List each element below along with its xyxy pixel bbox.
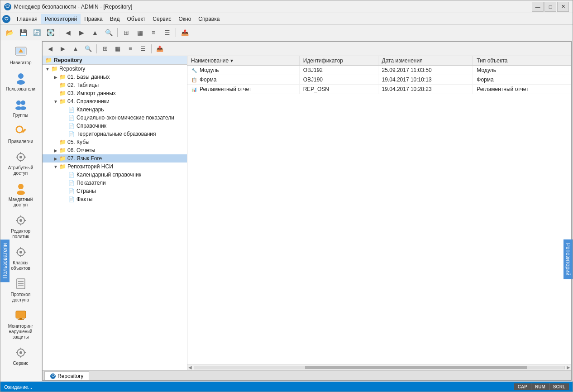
- sidebar-item-users[interactable]: Пользователи: [1, 68, 40, 95]
- horizontal-scrollbar[interactable]: ◀ ▶: [187, 364, 571, 370]
- item-icon-sprav: 📄: [68, 123, 75, 129]
- menu-item-service[interactable]: Сервис: [149, 14, 175, 24]
- sidebar-item-mandatory[interactable]: Мандатный доступ: [1, 179, 40, 210]
- toolbar-back-btn[interactable]: ◀: [62, 27, 74, 38]
- tree-label-soceco: Социально-экономические показатели: [76, 115, 174, 121]
- table-row[interactable]: 📊 Регламентный отчет REP_OSN 19.04.2017 …: [187, 85, 571, 94]
- bottom-tab-bar: 🛡 Repository: [43, 370, 571, 380]
- inner-toolbar-view2[interactable]: ▦: [112, 43, 124, 54]
- svg-rect-35: [16, 311, 26, 318]
- left-side-handle[interactable]: Пользователи: [0, 239, 10, 282]
- menu-item-main[interactable]: Главная: [13, 14, 41, 24]
- folder-icon-db: 📁: [59, 74, 66, 80]
- table-row[interactable]: 📋 Форма OBJ190 19.04.2017 10:10:13 Форма: [187, 75, 571, 85]
- tree-node-facts[interactable]: 📄 Факты: [43, 195, 187, 203]
- tree-label-lang: 07. Язык Fore: [67, 155, 102, 162]
- table-header-row: Наименование ▾ Идентификатор Дата измене…: [187, 56, 571, 66]
- menu-item-window[interactable]: Окно: [175, 14, 195, 24]
- scroll-left-btn[interactable]: ◀: [188, 365, 192, 370]
- tree-node-calendar[interactable]: 📄 Календарь: [43, 105, 187, 114]
- sidebar-item-monitoring[interactable]: Мониторинг нарушений защиты: [1, 306, 40, 343]
- tree-node-cubes[interactable]: 📁 05. Кубы: [43, 138, 187, 146]
- tree-node-nsi[interactable]: ▼ 📁 Репозиторий НСИ: [43, 163, 187, 171]
- inner-toolbar-up[interactable]: ▲: [70, 43, 81, 54]
- sidebar-item-service[interactable]: Сервис: [1, 343, 40, 369]
- folder-icon-import: 📁: [59, 90, 66, 96]
- menu-item-edit[interactable]: Правка: [81, 14, 106, 24]
- scrollbar-track[interactable]: [194, 366, 565, 369]
- col-modified[interactable]: Дата изменения: [378, 56, 473, 66]
- toolbar-save-btn[interactable]: 💾: [17, 27, 29, 38]
- maximize-button[interactable]: □: [544, 2, 556, 12]
- inner-toolbar-search[interactable]: 🔍: [82, 43, 94, 54]
- toolbar-open-btn[interactable]: 📂: [3, 27, 16, 38]
- bottom-tab-repository[interactable]: 🛡 Repository: [44, 371, 89, 380]
- tree-node-terr[interactable]: 📄 Территориальные образования: [43, 130, 187, 138]
- toolbar-floppy-btn[interactable]: 💽: [44, 27, 57, 38]
- tree-node-sprav[interactable]: 📄 Справочник: [43, 122, 187, 130]
- expander-db: ▶: [53, 75, 59, 80]
- inner-toolbar-sep2: [151, 44, 152, 53]
- tree-node-lang[interactable]: ▶ 📁 07. Язык Fore: [43, 154, 187, 163]
- toolbar-export-btn[interactable]: 📤: [178, 27, 191, 38]
- minimize-button[interactable]: —: [532, 2, 544, 12]
- tree-node-countries[interactable]: 📄 Страны: [43, 187, 187, 195]
- menu-item-view[interactable]: Вид: [106, 14, 124, 24]
- inner-window: ◀ ▶ ▲ 🔍 ⊞ ▦ ≡ ☰ 📤 📁 Repositor: [42, 41, 572, 381]
- tree-node-cal-ref[interactable]: 📄 Календарный справочник: [43, 171, 187, 179]
- inner-toolbar-export[interactable]: 📤: [154, 43, 166, 54]
- menu-item-repository[interactable]: Репозиторий: [41, 14, 81, 24]
- obj-classes-icon: [14, 245, 28, 259]
- title-bar: 🛡 Менеджер безопасности - ADMIN - [Repos…: [0, 0, 573, 13]
- inner-toolbar-forward[interactable]: ▶: [57, 43, 69, 54]
- menu-item-object[interactable]: Объект: [123, 14, 149, 24]
- status-scrl: SCRL: [549, 383, 569, 390]
- scroll-right-btn[interactable]: ▶: [567, 365, 570, 370]
- tree-node-ref[interactable]: ▼ 📁 04. Справочники: [43, 97, 187, 105]
- sidebar-item-groups[interactable]: Группы: [1, 95, 40, 121]
- col-id[interactable]: Идентификатор: [299, 56, 378, 66]
- toolbar-view1-btn[interactable]: ⊞: [120, 27, 133, 38]
- inner-toolbar-view3[interactable]: ≡: [124, 43, 136, 54]
- sidebar-privileges-label: Привилегии: [8, 139, 33, 144]
- toolbar-search-btn[interactable]: 🔍: [102, 27, 115, 38]
- svg-point-9: [16, 126, 23, 133]
- tree-node-import[interactable]: 📁 03. Импорт данных: [43, 89, 187, 97]
- sidebar-item-navigator[interactable]: Навигатор: [1, 42, 40, 68]
- tree-node-indicators[interactable]: 📄 Показатели: [43, 179, 187, 187]
- col-type[interactable]: Тип объекта: [473, 56, 571, 66]
- item-icon-terr: 📄: [68, 131, 75, 137]
- toolbar-refresh-btn[interactable]: 🔄: [30, 27, 43, 38]
- title-bar-text: Менеджер безопасности - ADMIN - [Reposit…: [14, 4, 532, 10]
- inner-toolbar-view4[interactable]: ☰: [137, 43, 149, 54]
- sidebar-item-policy-editor[interactable]: Редактор политик: [1, 210, 40, 242]
- toolbar-forward-btn[interactable]: ▶: [75, 27, 88, 38]
- tree-node-root[interactable]: ▼ 📁 Repository: [43, 65, 187, 73]
- inner-toolbar-back[interactable]: ◀: [44, 43, 56, 54]
- close-button[interactable]: ✕: [557, 2, 569, 12]
- tree-label-facts: Факты: [76, 196, 92, 202]
- col-name[interactable]: Наименование ▾: [187, 56, 299, 66]
- svg-point-3: [18, 73, 24, 79]
- scrollbar-thumb[interactable]: [305, 366, 527, 369]
- table-row[interactable]: 🔧 Модуль OBJ192 25.09.2017 11:03:50 Моду…: [187, 66, 571, 75]
- tree-node-soceco[interactable]: 📄 Социально-экономические показатели: [43, 114, 187, 122]
- toolbar-view3-btn[interactable]: ≡: [147, 27, 160, 38]
- sidebar-access-log-label: Протокол доступа: [3, 292, 38, 303]
- toolbar-view4-btn[interactable]: ☰: [161, 27, 173, 38]
- cell-modified: 19.04.2017 10:10:13: [378, 75, 473, 85]
- tree-node-db[interactable]: ▶ 📁 01. Базы данных: [43, 73, 187, 81]
- svg-point-6: [21, 100, 25, 105]
- toolbar-up-btn[interactable]: ▲: [89, 27, 101, 38]
- sidebar-item-privileges[interactable]: Привилегии: [1, 121, 40, 147]
- svg-point-4: [17, 80, 25, 85]
- toolbar-view2-btn[interactable]: ▦: [134, 27, 146, 38]
- right-side-handle[interactable]: Репозиторий: [563, 239, 573, 279]
- sidebar-item-attr-access[interactable]: Атрибутный доступ: [1, 147, 40, 179]
- inner-toolbar-view1[interactable]: ⊞: [99, 43, 111, 54]
- tree-node-tables[interactable]: 📁 02. Таблицы: [43, 81, 187, 89]
- menu-item-help[interactable]: Справка: [195, 14, 223, 24]
- tree-node-reports[interactable]: ▶ 📁 06. Отчеты: [43, 146, 187, 154]
- cell-modified: 19.04.2017 10:28:23: [378, 85, 473, 94]
- sidebar-attr-access-label: Атрибутный доступ: [3, 165, 38, 176]
